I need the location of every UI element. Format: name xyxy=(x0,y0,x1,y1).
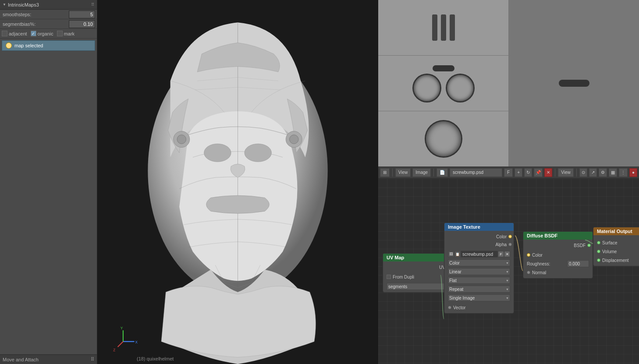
map-selected-button[interactable]: map selected xyxy=(2,40,95,51)
diffuse-color-row: Color xyxy=(527,251,589,259)
mark-label: mark xyxy=(64,31,75,36)
flat-label: Flat xyxy=(449,278,457,283)
ne-pin-icon[interactable]: 📌 xyxy=(534,168,543,177)
ne-filename[interactable]: screwbump.psd xyxy=(450,168,502,177)
ne-view-btn-2[interactable]: View xyxy=(558,168,574,177)
image-texture-header: Image Texture xyxy=(444,223,514,231)
image-close-btn[interactable]: F xyxy=(498,251,504,257)
segmentbias-input[interactable] xyxy=(69,20,95,28)
color-mode-label: Color xyxy=(449,261,460,265)
viewport-object-label: (18) quixelhelmet xyxy=(137,356,174,361)
roughness-label: Roughness: xyxy=(527,262,567,266)
ne-sep-4 xyxy=(576,169,577,177)
volume-label: Volume xyxy=(602,249,639,254)
repeat-row: Repeat xyxy=(448,285,510,293)
surface-socket xyxy=(597,241,600,244)
uv-mid-left-content xyxy=(414,65,473,101)
segmentbias-row: segmentbias%: xyxy=(0,19,97,29)
screw-bar xyxy=(559,80,589,87)
normal-label: Normal xyxy=(532,270,589,275)
ne-red-btn[interactable]: ● xyxy=(629,168,637,177)
panel-options-icon[interactable]: ⠿ xyxy=(91,2,94,7)
image-pin-btn[interactable]: ✕ xyxy=(504,251,510,257)
screw-circle-right xyxy=(447,75,473,101)
from-dupli-checkbox[interactable] xyxy=(387,275,391,279)
ne-grid-icon[interactable]: ▦ xyxy=(609,168,617,177)
bsdf-label: BSDF xyxy=(527,243,589,248)
segments-field[interactable]: segments ✕ xyxy=(387,283,449,290)
viewport-3d[interactable]: X Y Z (18) quixelhelmet xyxy=(97,0,378,364)
ne-reload-icon[interactable]: ↻ xyxy=(524,168,532,177)
ne-close-icon[interactable]: ✕ xyxy=(544,168,552,177)
linear-row: Linear xyxy=(448,268,510,276)
diffuse-color-socket xyxy=(527,253,530,257)
uv-map-uv-row: UV xyxy=(387,263,449,271)
ne-view-btn[interactable]: View xyxy=(395,168,411,177)
ne-file-icon[interactable]: 📄 xyxy=(437,168,448,177)
vector-label: Vector xyxy=(453,305,510,310)
roughness-input[interactable] xyxy=(567,260,589,267)
bsdf-out-row: BSDF xyxy=(527,241,589,249)
repeat-dropdown[interactable]: Repeat xyxy=(448,286,510,293)
mark-checkbox[interactable] xyxy=(57,31,63,36)
roughness-row: Roughness: xyxy=(527,260,589,268)
uv-cell-top-right xyxy=(509,0,639,55)
node-canvas[interactable]: UV Map UV From Dupli segments xyxy=(378,179,639,364)
organic-checkbox-item[interactable]: organic xyxy=(31,31,53,36)
bottom-panel-label: Move and Attach ⠿ xyxy=(0,354,97,364)
normal-socket xyxy=(527,271,530,274)
material-output-body: Surface Volume Displacement xyxy=(593,235,639,266)
ne-plus-icon[interactable]: + xyxy=(515,168,522,177)
ne-more-icon[interactable]: ⋮ xyxy=(619,168,628,177)
adjacent-checkbox-item[interactable]: adjacent xyxy=(2,31,27,36)
linear-dropdown[interactable]: Linear xyxy=(448,268,510,275)
diffuse-bsdf-body: BSDF Color Roughness: xyxy=(523,240,593,278)
material-output-header: Material Output xyxy=(593,227,639,235)
triple-bar xyxy=(432,14,455,41)
single-image-row: Single Image xyxy=(448,294,510,302)
flat-dropdown[interactable]: Flat xyxy=(448,277,510,284)
single-image-dropdown[interactable]: Single Image xyxy=(448,294,510,301)
bottom-panel-dots-icon[interactable]: ⠿ xyxy=(91,357,94,362)
uv-view[interactable] xyxy=(378,0,639,166)
uv-map-header: UV Map xyxy=(383,254,452,262)
smoothsteps-label: smoothsteps: xyxy=(2,12,69,17)
alpha-label: Alpha xyxy=(448,242,510,247)
ne-export-icon[interactable]: ↗ xyxy=(589,168,597,177)
surface-label: Surface xyxy=(602,240,639,245)
panel-header: IntrinsicMaps3 ⠿ xyxy=(0,0,97,10)
adjacent-label: adjacent xyxy=(9,31,27,36)
smoothsteps-input[interactable] xyxy=(69,11,95,18)
svg-text:X: X xyxy=(135,340,138,344)
bsdf-socket xyxy=(587,244,591,247)
flat-row: Flat xyxy=(448,276,510,284)
organic-checkbox[interactable] xyxy=(31,31,36,36)
slot-shape xyxy=(433,65,454,71)
ne-image-btn[interactable]: Image xyxy=(412,168,431,177)
file-row: 🖼 📋 screwbump.psd F ✕ xyxy=(448,250,510,258)
ne-grid-btn[interactable]: ⊞ xyxy=(380,168,390,177)
volume-socket xyxy=(597,250,600,253)
organic-label: organic xyxy=(38,31,53,36)
diffuse-bsdf-node: Diffuse BSDF BSDF Color Roughness: xyxy=(523,231,593,279)
ne-settings-icon[interactable]: ⚙ xyxy=(599,168,607,177)
uv-cell-bot-right xyxy=(509,111,639,166)
mark-checkbox-item[interactable]: mark xyxy=(57,31,75,36)
ne-zoom-icon[interactable]: ⊙ xyxy=(579,168,587,177)
map-selected-label: map selected xyxy=(14,43,43,48)
adjacent-checkbox[interactable] xyxy=(2,31,7,36)
vector-row: Vector xyxy=(448,304,510,311)
color-out-label: Color xyxy=(448,234,510,239)
segmentbias-label: segmentbias%: xyxy=(2,21,69,27)
ne-flag-btn[interactable]: F xyxy=(504,168,513,177)
bulb-icon xyxy=(6,42,12,49)
svg-point-3 xyxy=(245,144,272,162)
smoothsteps-row: smoothsteps: xyxy=(0,10,97,19)
uv-cell-top-left xyxy=(378,0,508,55)
svg-text:Z: Z xyxy=(113,348,115,352)
image-filename[interactable]: screwbump.psd xyxy=(461,251,498,258)
normal-row: Normal xyxy=(527,269,589,276)
svg-text:Y: Y xyxy=(121,326,123,330)
bar-2 xyxy=(441,14,446,41)
color-mode-dropdown[interactable]: Color xyxy=(448,259,510,266)
